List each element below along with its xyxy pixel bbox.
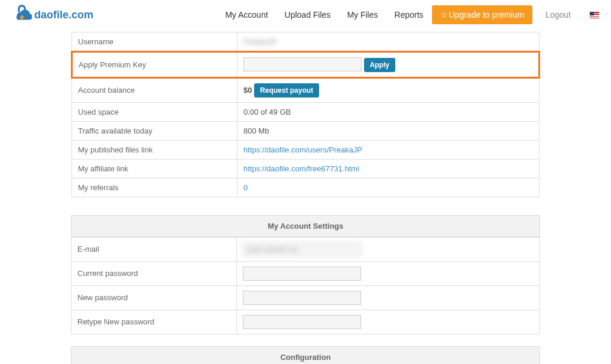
nav-logout[interactable]: Logout <box>537 5 579 24</box>
table-row: Username PreakaJP <box>72 32 540 52</box>
us-flag-icon[interactable] <box>590 12 599 18</box>
nav-my-account[interactable]: My Account <box>217 5 276 24</box>
request-payout-button[interactable]: Request payout <box>254 83 319 98</box>
username-value: PreakaJP <box>238 32 540 52</box>
email-label: E-mail <box>72 237 237 261</box>
table-row: Traffic available today 800 Mb <box>72 121 540 140</box>
header: daofile.com My Account Upload Files My F… <box>0 0 611 32</box>
table-row: E-mail <box>72 237 540 261</box>
table-row: My affiliate link https://daofile.com/fr… <box>72 159 540 178</box>
account-info-table: Username PreakaJP Apply Premium Key Appl… <box>71 32 540 197</box>
affiliate-label: My affiliate link <box>72 159 238 178</box>
star-icon: ☆ <box>440 10 448 20</box>
settings-header: My Account Settings <box>71 215 540 237</box>
published-label: My published files link <box>72 140 238 159</box>
site-name: daofile.com <box>34 9 93 21</box>
apply-premium-label: Apply Premium Key <box>72 52 238 78</box>
traffic-value: 800 Mb <box>238 121 540 140</box>
used-space-label: Used space <box>72 102 238 121</box>
new-password-field[interactable] <box>243 291 361 305</box>
retype-password-field[interactable] <box>243 315 361 329</box>
table-row: My published files link https://daofile.… <box>72 140 540 159</box>
apply-premium-row: Apply Premium Key Apply <box>72 52 540 78</box>
nav-upload-files[interactable]: Upload Files <box>277 5 339 24</box>
table-row: Retype New password <box>72 310 540 334</box>
table-row: Current password <box>72 261 540 285</box>
table-row: New password <box>72 285 540 310</box>
used-space-value: 0.00 of 49 GB <box>238 102 540 121</box>
premium-key-input[interactable] <box>243 57 362 72</box>
main-nav: My Account Upload Files My Files Reports… <box>217 5 599 24</box>
nav-my-files[interactable]: My Files <box>339 5 386 24</box>
email-field[interactable] <box>243 242 361 256</box>
config-header: Configuration <box>71 346 540 365</box>
referrals-label: My referrals <box>72 178 238 197</box>
settings-table: E-mail Current password New password Ret… <box>71 237 540 334</box>
upgrade-label: Upgrade to premium <box>449 10 525 20</box>
current-password-field[interactable] <box>243 266 361 281</box>
upgrade-button[interactable]: ☆Upgrade to premium <box>432 5 533 24</box>
table-row: Account balance $0 Request payout <box>72 77 540 102</box>
nav-reports[interactable]: Reports <box>386 5 432 24</box>
traffic-label: Traffic available today <box>72 121 238 140</box>
lock-cloud-icon <box>12 5 32 25</box>
apply-button[interactable]: Apply <box>364 58 395 72</box>
affiliate-link[interactable]: https://daofile.com/free67731.html <box>243 164 359 173</box>
new-pw-label: New password <box>72 285 237 310</box>
logo-link[interactable]: daofile.com <box>12 5 93 25</box>
table-row: Used space 0.00 of 49 GB <box>72 102 540 121</box>
current-pw-label: Current password <box>72 261 237 285</box>
retype-pw-label: Retype New password <box>72 310 237 334</box>
published-link[interactable]: https://daofile.com/users/PreakaJP <box>243 145 362 154</box>
balance-label: Account balance <box>72 77 238 102</box>
referrals-link[interactable]: 0 <box>243 183 248 192</box>
username-label: Username <box>72 32 238 52</box>
balance-value: $0 <box>243 86 252 95</box>
table-row: My referrals 0 <box>72 178 540 197</box>
